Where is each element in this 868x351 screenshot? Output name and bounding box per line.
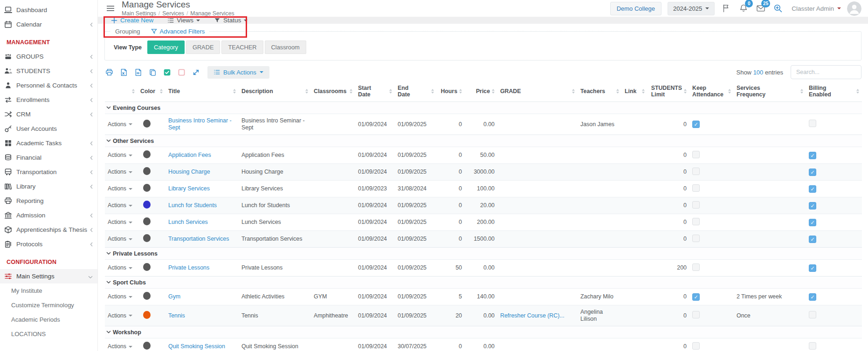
- column-header-classrooms[interactable]: Classrooms: [311, 81, 355, 102]
- sort-icons[interactable]: [160, 89, 163, 94]
- school-button[interactable]: Demo College: [610, 2, 661, 15]
- status-dropdown[interactable]: Status: [214, 17, 248, 24]
- service-title-link[interactable]: Transportation Services: [168, 236, 229, 242]
- group-collapse-icon[interactable]: [106, 106, 111, 109]
- service-title-link[interactable]: Library Services: [168, 185, 210, 192]
- sort-icons[interactable]: [459, 89, 462, 94]
- row-actions-button[interactable]: Actions: [108, 202, 132, 209]
- sidebar-item-protocols[interactable]: Protocols: [0, 237, 97, 251]
- row-actions-button[interactable]: Actions: [108, 236, 132, 243]
- sidebar-item-main-settings[interactable]: Main Settings: [0, 269, 97, 284]
- flag-icon[interactable]: [721, 3, 732, 14]
- column-header-price[interactable]: Price: [465, 81, 497, 102]
- billing-enabled-checkbox[interactable]: ✓: [809, 152, 816, 159]
- grade-link[interactable]: Refresher Course (RC)...: [500, 312, 565, 319]
- service-title-link[interactable]: Gym: [168, 293, 180, 300]
- sidebar-item-personnel-contacts[interactable]: Personnel & Contacts: [0, 78, 97, 93]
- billing-enabled-checkbox[interactable]: ✓: [809, 169, 816, 176]
- sort-icons[interactable]: [616, 89, 619, 94]
- advanced-filters-link[interactable]: Advanced Filters: [151, 28, 205, 35]
- avatar[interactable]: [847, 1, 861, 16]
- year-dropdown[interactable]: 2024-2025: [668, 2, 715, 15]
- column-header-actions[interactable]: [105, 81, 138, 102]
- keep-attendance-checkbox[interactable]: [692, 184, 700, 192]
- keep-attendance-checkbox[interactable]: [692, 168, 700, 175]
- row-actions-button[interactable]: Actions: [108, 219, 132, 226]
- billing-enabled-checkbox[interactable]: ✓: [809, 202, 816, 209]
- bulk-actions-button[interactable]: Bulk Actions: [207, 66, 269, 79]
- column-header-keep-attendance[interactable]: Keep Attendance: [689, 81, 734, 102]
- billing-enabled-checkbox[interactable]: [809, 311, 816, 318]
- row-actions-button[interactable]: Actions: [108, 312, 132, 319]
- column-header-start-date[interactable]: Start Date: [355, 81, 395, 102]
- views-dropdown[interactable]: Views: [167, 17, 200, 24]
- print-icon[interactable]: [105, 68, 113, 76]
- column-header-description[interactable]: Description: [239, 81, 311, 102]
- keep-attendance-checkbox[interactable]: [692, 151, 700, 158]
- sort-icons[interactable]: [642, 89, 645, 94]
- sort-icons[interactable]: [684, 89, 687, 94]
- keep-attendance-checkbox[interactable]: [692, 311, 700, 318]
- sort-icons[interactable]: [492, 89, 495, 94]
- service-title-link[interactable]: Quit Smoking Session: [168, 343, 225, 350]
- service-title-link[interactable]: Business Intro Seminar - Sept: [168, 117, 232, 131]
- entries-count[interactable]: 100: [753, 69, 764, 76]
- row-actions-button[interactable]: Actions: [108, 121, 132, 128]
- sort-icons[interactable]: [389, 89, 392, 94]
- billing-enabled-checkbox[interactable]: [809, 120, 816, 127]
- sidebar-item-calendar[interactable]: Calendar: [0, 17, 97, 32]
- sidebar-item-enrollments[interactable]: Enrollments: [0, 93, 97, 107]
- sidebar-subitem-academic-periods[interactable]: Academic Periods: [0, 312, 97, 327]
- column-header-hours[interactable]: Hours: [437, 81, 465, 102]
- keep-attendance-checkbox[interactable]: ✓: [692, 293, 700, 301]
- group-collapse-icon[interactable]: [106, 252, 111, 255]
- column-header-title[interactable]: Title: [165, 81, 239, 102]
- breadcrumb-item-services[interactable]: Services: [162, 10, 184, 17]
- group-collapse-icon[interactable]: [106, 139, 111, 142]
- sort-icons[interactable]: [572, 89, 575, 94]
- sort-icons[interactable]: [431, 89, 434, 94]
- sidebar-item-reporting[interactable]: Reporting: [0, 194, 97, 208]
- uncheck-all-icon[interactable]: [178, 68, 186, 76]
- sidebar-item-groups[interactable]: GROUPS: [0, 49, 97, 64]
- view-type-teacher[interactable]: TEACHER: [221, 40, 263, 54]
- keep-attendance-checkbox[interactable]: [692, 201, 700, 209]
- sidebar-item-students[interactable]: STUDENTS: [0, 64, 97, 78]
- mail-icon[interactable]: 25: [755, 3, 766, 14]
- row-actions-button[interactable]: Actions: [108, 293, 132, 300]
- breadcrumb-item-manage-services[interactable]: Manage Services: [190, 10, 234, 17]
- column-header-teachers[interactable]: Teachers: [578, 81, 622, 102]
- billing-enabled-checkbox[interactable]: ✓: [809, 293, 816, 301]
- column-header-grade[interactable]: GRADE: [497, 81, 578, 102]
- sidebar-item-transportation[interactable]: Transportation: [0, 165, 97, 179]
- sort-icons[interactable]: [350, 89, 352, 94]
- sort-icons[interactable]: [728, 89, 731, 94]
- user-menu[interactable]: Classter Admin: [792, 5, 841, 12]
- sort-icons[interactable]: [233, 89, 236, 94]
- sidebar-item-financial[interactable]: Financial: [0, 150, 97, 165]
- sidebar-item-crm[interactable]: CRM: [0, 107, 97, 122]
- row-actions-button[interactable]: Actions: [108, 264, 132, 271]
- view-type-category[interactable]: Category: [147, 40, 185, 54]
- row-actions-button[interactable]: Actions: [108, 343, 132, 350]
- column-header-end-date[interactable]: End Date: [395, 81, 437, 102]
- sidebar-subitem-my-institute[interactable]: My Institute: [0, 284, 97, 298]
- view-type-grade[interactable]: GRADE: [186, 40, 220, 54]
- billing-enabled-checkbox[interactable]: ✓: [809, 185, 816, 193]
- zoom-plus-icon[interactable]: [772, 3, 784, 14]
- sort-icons[interactable]: [132, 89, 135, 94]
- sort-icons[interactable]: [800, 89, 803, 94]
- group-collapse-icon[interactable]: [106, 331, 111, 334]
- sidebar-item-user-accounts[interactable]: User Accounts: [0, 122, 97, 136]
- column-header-billing-enabled[interactable]: Billing Enabled: [806, 81, 862, 102]
- keep-attendance-checkbox[interactable]: ✓: [692, 121, 700, 128]
- hamburger-menu-icon[interactable]: [106, 5, 116, 14]
- row-actions-button[interactable]: Actions: [108, 152, 132, 159]
- column-header-color[interactable]: Color: [138, 81, 165, 102]
- service-title-link[interactable]: Lunch Services: [168, 219, 208, 225]
- expand-icon[interactable]: [192, 68, 200, 76]
- sidebar-item-library[interactable]: Library: [0, 179, 97, 194]
- row-actions-button[interactable]: Actions: [108, 185, 132, 192]
- keep-attendance-checkbox[interactable]: [692, 263, 700, 271]
- service-title-link[interactable]: Application Fees: [168, 152, 211, 158]
